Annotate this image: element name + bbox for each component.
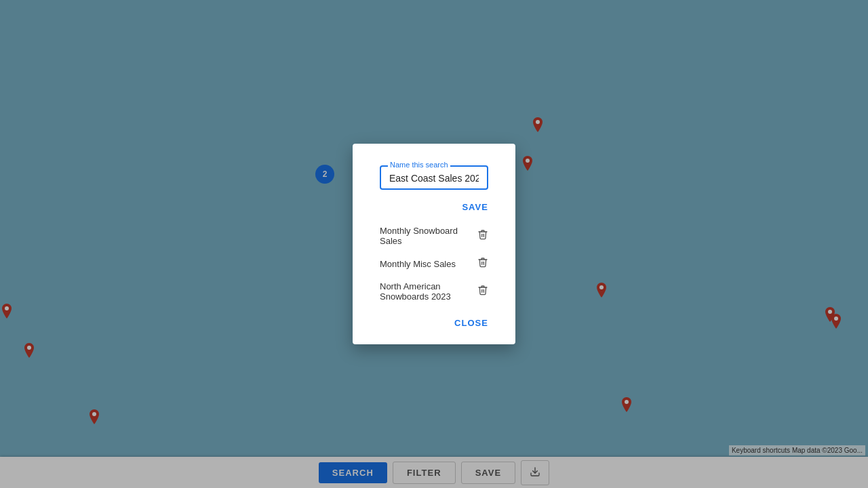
delete-icon[interactable] <box>477 285 488 298</box>
list-item: Monthly Snowboard Sales <box>380 220 488 251</box>
save-search-modal: Name this search SAVE Monthly Snowboard … <box>353 144 515 344</box>
list-item: Monthly Misc Sales <box>380 251 488 276</box>
saved-searches-list: Monthly Snowboard Sales Monthly Misc Sal… <box>380 220 488 307</box>
search-name-label: Name this search <box>388 161 450 169</box>
delete-icon[interactable] <box>477 229 488 243</box>
close-button[interactable]: CLOSE <box>454 318 488 328</box>
saved-search-name[interactable]: Monthly Misc Sales <box>380 259 477 269</box>
save-button[interactable]: SAVE <box>462 202 488 212</box>
delete-icon[interactable] <box>477 257 488 270</box>
search-name-field-wrapper: Name this search <box>380 165 488 190</box>
saved-search-name[interactable]: Monthly Snowboard Sales <box>380 226 477 246</box>
list-item: North American Snowboards 2023 <box>380 276 488 307</box>
search-name-input[interactable] <box>389 173 479 184</box>
saved-search-name[interactable]: North American Snowboards 2023 <box>380 281 477 302</box>
modal-overlay: Name this search SAVE Monthly Snowboard … <box>0 0 868 488</box>
